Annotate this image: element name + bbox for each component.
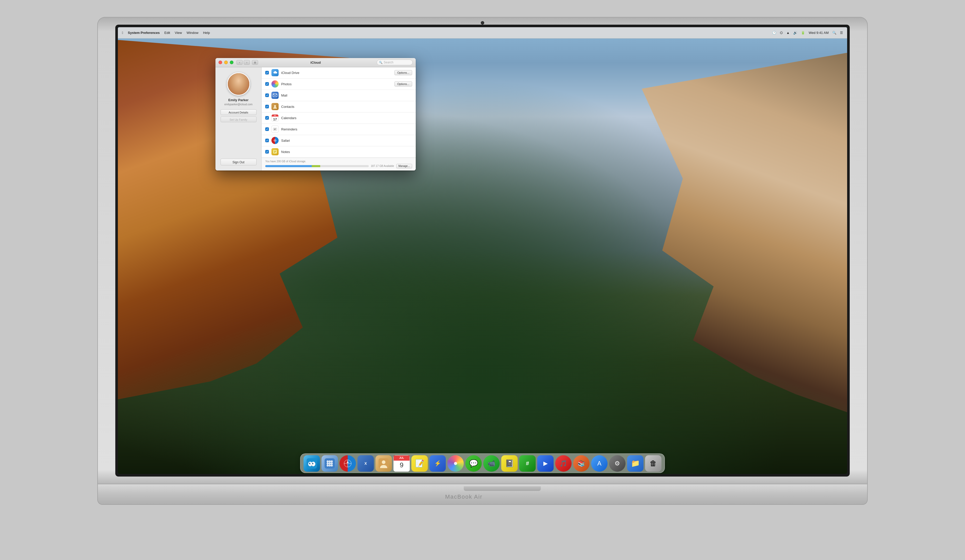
cal-header: JUL [272,114,278,117]
menubar-right: 🕐 ⌬ ▲ 🔊 🔋 Wed 9:41 AM 🔍 ☰ [772,31,843,35]
dock-messages[interactable]: 💬 [465,455,482,472]
service-name-notes: Notes [281,150,412,154]
svg-point-28 [329,464,331,467]
dock-notes[interactable]: 📓 [501,455,518,472]
service-row-safari: Safari [262,135,416,146]
svg-point-1 [274,105,276,107]
window-forward-button[interactable]: › [244,60,250,65]
preferences-icon: ⚙ [615,460,620,467]
window-grid-button[interactable]: ⊞ [252,60,258,65]
menubar-list-icon[interactable]: ☰ [840,31,843,35]
icon-icloud-drive [272,69,279,76]
dock-folder[interactable]: 📁 [627,455,643,472]
storage-bar [265,165,369,167]
menubar-left:  System Preferences Edit View Window He… [122,31,772,35]
account-details-button[interactable]: Account Details [221,109,257,115]
dock-books[interactable]: 📚 [573,455,590,472]
macbook-hinge [464,486,541,491]
options-button-photos[interactable]: Options... [394,82,412,87]
window-minimize-button[interactable] [224,60,228,64]
checkbox-notes[interactable] [265,150,269,153]
window-content: iCloud Drive Options... Photos Options..… [262,67,416,170]
checkbox-contacts[interactable] [265,105,269,108]
service-name-icloud-drive: iCloud Drive [281,71,392,75]
dock-safari[interactable] [339,455,356,472]
service-name-contacts: Contacts [281,105,412,109]
window-back-button[interactable]: ‹ [237,60,243,65]
storage-text: You have 200 GB of iCloud storage. [265,160,412,163]
svg-point-15 [311,462,315,466]
desktop:  System Preferences Edit View Window He… [118,27,847,474]
svg-marker-33 [347,461,349,463]
stickies-icon: 📝 [415,459,424,468]
icon-photos [272,80,279,88]
dock-launchpad[interactable] [322,455,338,472]
dock-keynote[interactable]: ▶ [537,455,554,472]
checkbox-safari[interactable] [265,139,269,142]
notes-dock-icon: 📓 [505,459,514,468]
svg-point-23 [331,460,333,462]
cal-dock-month: JUL [394,456,410,460]
dock-trash[interactable]: 🗑 [645,455,661,472]
dock-contacts[interactable] [375,455,392,472]
dock-photos[interactable] [447,455,464,472]
svg-point-21 [327,460,329,462]
manage-button[interactable]: Manage... [396,164,412,168]
search-box[interactable]: 🔍 Search [377,60,413,65]
window-maximize-button[interactable] [230,60,234,64]
dock-calendar[interactable]: JUL 9 [393,455,410,472]
menubar-view[interactable]: View [175,31,182,35]
svg-point-29 [331,464,333,467]
svg-rect-0 [273,94,277,97]
menubar-wifi-icon[interactable]: ▲ [786,31,790,35]
service-row-notes: Notes [262,146,416,158]
user-email: emilyparker@icloud.com [224,103,253,106]
set-up-family-button[interactable]: Set Up Family [221,117,257,122]
checkbox-icloud-drive[interactable] [265,71,269,75]
menubar-edit[interactable]: Edit [164,31,170,35]
macbook-shell:  System Preferences Edit View Window He… [72,17,893,543]
appstore-icon: A [597,460,601,467]
dock-dashboard[interactable]: ⚡ [429,455,446,472]
dock-stickies[interactable]: 📝 [411,455,428,472]
dock-system-preferences[interactable]: ⚙ [609,455,626,472]
dock-numbers[interactable]: # [519,455,536,472]
dock-xcode[interactable]: X [357,455,374,472]
window-title: iCloud [311,60,321,64]
window-controls [219,60,234,64]
menubar:  System Preferences Edit View Window He… [118,27,847,39]
apple-menu[interactable]:  [122,31,123,35]
svg-point-36 [454,462,457,465]
menubar-bluetooth-icon[interactable]: ⌬ [780,31,783,35]
menubar-help[interactable]: Help [203,31,210,35]
menubar-app-name[interactable]: System Preferences [128,31,160,35]
svg-point-24 [327,462,329,464]
dock-finder[interactable] [304,455,320,472]
dock-facetime[interactable]: 📹 [483,455,500,472]
mail-svg [273,93,277,97]
window-close-button[interactable] [219,60,222,64]
storage-bar-area: You have 200 GB of iCloud storage. 187.1… [262,158,416,170]
service-row-reminders: Reminders [262,124,416,135]
menubar-window[interactable]: Window [186,31,198,35]
svg-point-18 [310,463,310,464]
checkbox-calendars[interactable] [265,116,269,120]
macbook-bottom: MacBook Air [97,484,868,505]
dock-appstore[interactable]: A [591,455,608,472]
dock-music[interactable]: 🎵 [555,455,572,472]
checkbox-reminders[interactable] [265,127,269,131]
menubar-volume-icon[interactable]: 🔊 [793,31,797,35]
sign-out-button[interactable]: Sign Out [221,159,257,165]
checkbox-photos[interactable] [265,82,269,86]
search-placeholder[interactable]: Search [384,60,393,64]
options-button-icloud-drive[interactable]: Options... [394,70,412,75]
safari-svg [273,139,277,142]
menubar-battery-icon: 🔋 [801,31,805,35]
safari-dock-icon [343,459,352,468]
messages-icon: 💬 [469,459,478,468]
macbook-lid:  System Preferences Edit View Window He… [97,17,868,484]
menubar-search-icon[interactable]: 🔍 [832,31,836,35]
macbook-brand-label: MacBook Air [445,493,483,500]
cal-body: 17 [272,117,278,121]
checkbox-mail[interactable] [265,93,269,97]
